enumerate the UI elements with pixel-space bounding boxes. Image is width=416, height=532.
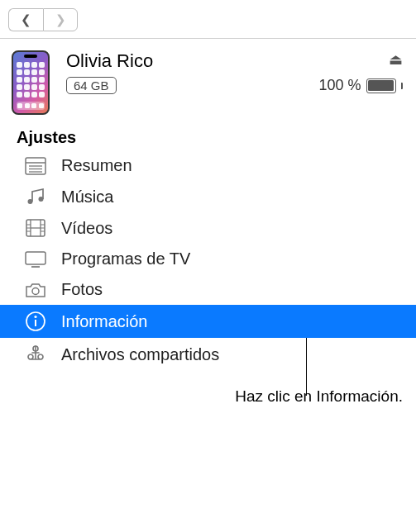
callout: Archivos compartidos Haz clic en Informa… (0, 338, 416, 371)
film-icon (23, 218, 48, 238)
toolbar: ❮ ❯ (0, 0, 416, 39)
sidebar-item-videos[interactable]: Vídeos (0, 212, 416, 244)
battery-status: 100 % (318, 77, 403, 94)
sidebar-item-music[interactable]: Música (0, 181, 416, 212)
sidebar-item-label: Música (61, 188, 113, 207)
svg-point-19 (32, 287, 39, 294)
tv-icon (23, 250, 48, 268)
sidebar-item-summary[interactable]: Resumen (0, 150, 416, 181)
callout-text: Haz clic en Información. (235, 387, 403, 406)
svg-point-5 (28, 199, 33, 204)
summary-icon (23, 157, 48, 175)
sidebar-item-tv[interactable]: Programas de TV (0, 244, 416, 274)
nav-back-button[interactable]: ❮ (8, 8, 43, 31)
sidebar-item-label: Archivos compartidos (61, 345, 219, 364)
battery-percent: 100 % (318, 77, 361, 94)
sidebar-item-label: Información (61, 312, 148, 331)
settings-sidebar: Resumen Música Vídeos Programas de TV Fo… (0, 150, 416, 371)
device-header: Olivia Rico 64 GB ⏏ 100 % (0, 39, 416, 120)
sidebar-item-label: Programas de TV (61, 249, 190, 268)
info-icon (23, 311, 48, 332)
settings-heading: Ajustes (0, 120, 416, 150)
battery-icon (366, 78, 396, 93)
storage-badge: 64 GB (66, 77, 117, 94)
nav-forward-button[interactable]: ❯ (43, 8, 78, 31)
sidebar-item-photos[interactable]: Fotos (0, 274, 416, 305)
apps-icon (23, 344, 48, 365)
device-thumbnail (12, 50, 50, 115)
camera-icon (23, 282, 48, 298)
svg-point-21 (34, 316, 36, 318)
eject-icon[interactable]: ⏏ (318, 50, 403, 69)
svg-rect-17 (26, 252, 45, 264)
device-name: Olivia Rico (66, 50, 318, 72)
sidebar-item-label: Fotos (61, 280, 103, 299)
sidebar-item-label: Vídeos (61, 219, 112, 238)
svg-point-6 (39, 197, 44, 202)
sidebar-item-label: Resumen (61, 156, 132, 175)
sidebar-item-shared-files[interactable]: Archivos compartidos (0, 338, 416, 371)
sidebar-item-info[interactable]: Información (0, 305, 416, 338)
music-icon (23, 187, 48, 207)
